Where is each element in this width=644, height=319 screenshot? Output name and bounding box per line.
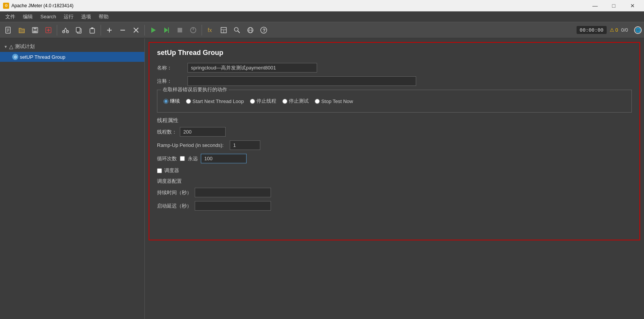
menu-edit[interactable]: 编辑 <box>19 12 37 22</box>
functions-button[interactable]: fx <box>204 24 216 36</box>
svg-point-31 <box>234 27 238 31</box>
radio-continue[interactable]: 继续 <box>163 98 180 105</box>
radio-next-thread-loop-label: Start Next Thread Loop <box>192 98 244 104</box>
thread-props-title: 线程属性 <box>157 117 632 124</box>
shutdown-icon <box>189 26 197 34</box>
tree-root: ▼ △ 测试计划 ⚙ setUP Thread Group <box>0 38 144 65</box>
clear-button[interactable] <box>130 24 142 36</box>
remote-button[interactable] <box>244 24 256 36</box>
new-button[interactable] <box>2 24 14 36</box>
setup-thread-group-label: setUP Thread Group <box>20 54 65 60</box>
thread-count-input[interactable] <box>180 127 226 137</box>
shutdown-button[interactable] <box>187 24 199 36</box>
scheduler-row: 调度器 <box>157 167 632 174</box>
clear-icon <box>132 26 140 34</box>
duration-label: 持续时间（秒） <box>157 189 192 196</box>
loop-forever-label: 永远 <box>188 155 198 162</box>
scheduler-checkbox[interactable] <box>157 168 162 173</box>
svg-marker-22 <box>164 27 168 33</box>
add-icon <box>106 26 113 34</box>
loop-forever-checkbox[interactable] <box>180 156 185 161</box>
tree-item-root[interactable]: ▼ △ 测试计划 <box>0 41 144 52</box>
ramp-up-input[interactable] <box>230 140 260 150</box>
save-button[interactable] <box>29 24 41 36</box>
timer-display: 00:00:00 ⚠ 0 0/0 🌐 <box>577 26 642 34</box>
radio-next-thread-loop[interactable]: Start Next Thread Loop <box>186 98 244 104</box>
menu-options[interactable]: 选项 <box>77 12 95 22</box>
comment-input[interactable] <box>187 76 416 86</box>
cut-button[interactable] <box>59 24 72 36</box>
radio-stop-test-label: 停止测试 <box>289 98 309 105</box>
title-bar: ⚙ Apache JMeter (4.0 r1823414) — □ ✕ <box>0 0 644 11</box>
gear-icon: ⚙ <box>12 54 18 60</box>
start-no-pause-button[interactable] <box>160 24 173 36</box>
radio-stop-test-now-label: Stop Test Now <box>321 98 353 104</box>
name-label: 名称： <box>157 64 187 71</box>
help-icon: ? <box>260 26 268 34</box>
comment-label: 注释： <box>157 78 187 85</box>
test-plan-icon: △ <box>9 44 13 50</box>
menu-search[interactable]: Search <box>37 12 60 21</box>
test-plan-label: 测试计划 <box>15 43 35 50</box>
duration-row: 持续时间（秒） <box>157 188 632 197</box>
copy-button[interactable] <box>73 24 85 36</box>
radio-stop-test-now-input[interactable] <box>315 99 320 104</box>
menu-help[interactable]: 帮助 <box>95 12 112 22</box>
loop-label: 循环次数 <box>157 155 177 162</box>
ramp-up-label: Ramp-Up Period (in seconds): <box>157 142 224 148</box>
remove-icon <box>119 26 127 34</box>
new-icon <box>5 26 12 34</box>
timer-value: 00:00:00 <box>577 26 607 34</box>
minimize-button[interactable]: — <box>586 0 604 11</box>
search-tool-icon <box>233 26 241 34</box>
scheduler-config-title: 调度器配置 <box>157 178 632 185</box>
radio-continue-input[interactable] <box>163 99 168 104</box>
search-tool-button[interactable] <box>231 24 243 36</box>
sep3 <box>144 25 145 35</box>
error-action-title: 在取样器错误后要执行的动作 <box>161 86 229 93</box>
radio-stop-thread-label: 停止线程 <box>256 98 276 105</box>
menu-file[interactable]: 文件 <box>2 12 19 22</box>
delay-label: 启动延迟（秒） <box>157 203 192 209</box>
templates-button[interactable] <box>218 24 230 36</box>
open-icon <box>18 26 26 34</box>
radio-next-thread-loop-input[interactable] <box>186 99 191 104</box>
open-button[interactable] <box>16 24 28 36</box>
warning-badge: ⚠ 0 <box>610 27 618 33</box>
delay-input[interactable] <box>195 201 271 211</box>
help-button[interactable]: ? <box>258 24 270 36</box>
duration-input[interactable] <box>195 188 271 197</box>
svg-rect-17 <box>91 27 93 29</box>
window-title: Apache JMeter (4.0 r1823414) <box>11 3 74 8</box>
radio-stop-thread[interactable]: 停止线程 <box>250 98 276 105</box>
save-template-button[interactable] <box>42 24 54 36</box>
radio-continue-label: 继续 <box>170 98 180 105</box>
main-layout: ▼ △ 测试计划 ⚙ setUP Thread Group setUp Thre… <box>0 38 644 319</box>
svg-line-32 <box>238 31 240 33</box>
stop-button[interactable] <box>174 24 186 36</box>
error-count: 0/0 <box>621 27 628 33</box>
svg-rect-15 <box>76 27 80 32</box>
close-button[interactable]: ✕ <box>624 0 641 11</box>
radio-stop-test-now[interactable]: Stop Test Now <box>315 98 353 104</box>
globe-icon: 🌐 <box>634 26 642 34</box>
paste-button[interactable] <box>86 24 98 36</box>
radio-group: 继续 Start Next Thread Loop 停止线程 停止测试 <box>163 94 625 108</box>
radio-stop-thread-input[interactable] <box>250 99 255 104</box>
radio-stop-test-input[interactable] <box>282 99 287 104</box>
sidebar: ▼ △ 测试计划 ⚙ setUP Thread Group <box>0 38 145 319</box>
maximize-button[interactable]: □ <box>605 0 622 11</box>
svg-marker-21 <box>151 27 156 33</box>
loop-input[interactable] <box>201 154 247 163</box>
scheduler-label: 调度器 <box>164 167 179 174</box>
name-input[interactable] <box>187 63 317 72</box>
menu-run[interactable]: 运行 <box>60 12 77 22</box>
radio-stop-test[interactable]: 停止测试 <box>282 98 309 105</box>
thread-count-row: 线程数： <box>157 127 632 137</box>
add-button[interactable] <box>103 24 115 36</box>
name-row: 名称： <box>157 63 632 72</box>
start-button[interactable] <box>147 24 159 36</box>
sidebar-item-setup-thread-group[interactable]: ⚙ setUP Thread Group <box>0 52 144 62</box>
remove-button[interactable] <box>117 24 129 36</box>
copy-icon <box>75 26 83 34</box>
